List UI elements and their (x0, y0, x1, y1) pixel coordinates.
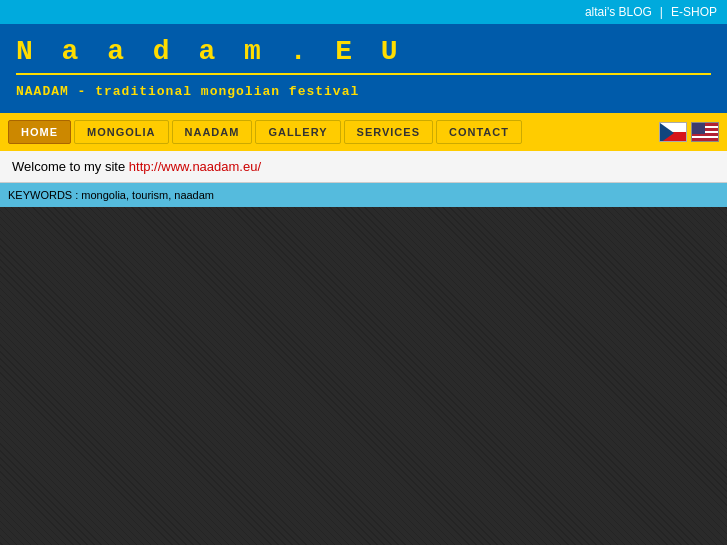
lang-en-button[interactable] (691, 122, 719, 142)
keywords-bar: KEYWORDS : mongolia, tourism, naadam (0, 183, 727, 207)
top-bar: altai's BLOG | E-SHOP (0, 0, 727, 24)
header: N a a d a m . E U NAADAM - traditional m… (0, 24, 727, 113)
dark-background (0, 207, 727, 545)
nav-item-gallery[interactable]: GALLERY (255, 120, 340, 144)
site-subtitle: NAADAM - traditional mongolian festival (16, 84, 359, 99)
nav-item-contact[interactable]: CONTACT (436, 120, 522, 144)
nav-bar: HOMEMONGOLIANAADAMGALLERYSERVICESCONTACT (0, 113, 727, 151)
nav-item-services[interactable]: SERVICES (344, 120, 433, 144)
top-bar-separator: | (660, 5, 663, 19)
welcome-text: Welcome to my site (12, 159, 129, 174)
site-link[interactable]: http://www.naadam.eu/ (129, 159, 261, 174)
lang-cz-button[interactable] (659, 122, 687, 142)
keywords-text: KEYWORDS : mongolia, tourism, naadam (8, 189, 214, 201)
eshop-link[interactable]: E-SHOP (671, 5, 717, 19)
content-area: Welcome to my site http://www.naadam.eu/ (0, 151, 727, 183)
nav-item-home[interactable]: HOME (8, 120, 71, 144)
blog-link[interactable]: altai's BLOG (585, 5, 652, 19)
nav-item-naadam[interactable]: NAADAM (172, 120, 253, 144)
site-title: N a a d a m . E U (16, 36, 711, 67)
nav-item-mongolia[interactable]: MONGOLIA (74, 120, 169, 144)
header-divider (16, 73, 711, 75)
